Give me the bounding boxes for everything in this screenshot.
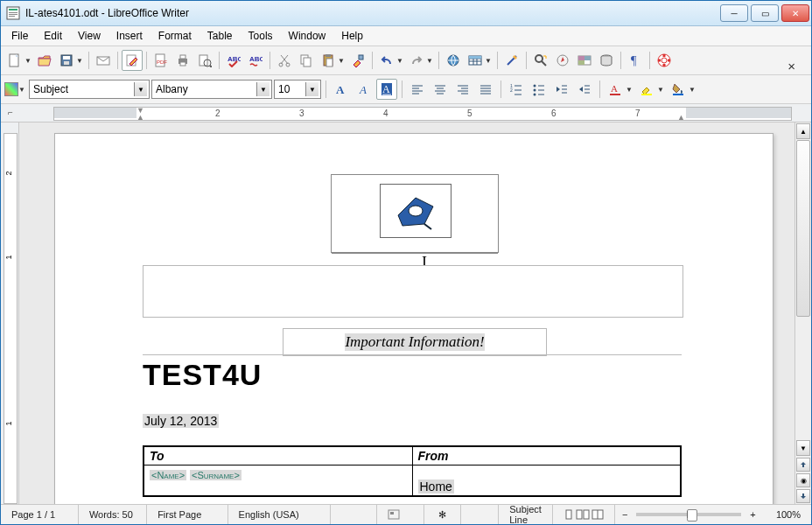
data-sources-icon[interactable] xyxy=(596,50,617,71)
print-icon[interactable] xyxy=(172,50,193,71)
document-area[interactable]: I Important Information! TEST4U July 12,… xyxy=(19,122,794,504)
para-style-combo[interactable]: Subject ▼ xyxy=(29,80,150,99)
prev-page-button[interactable] xyxy=(796,458,810,472)
zoom-in-button[interactable]: + xyxy=(746,509,759,520)
book-view-icon[interactable] xyxy=(592,509,604,520)
document-date[interactable]: July 12, 2013 xyxy=(143,414,219,428)
scroll-thumb[interactable] xyxy=(796,140,810,317)
redo-icon[interactable] xyxy=(406,50,427,71)
cut-icon[interactable] xyxy=(274,50,295,71)
bold-icon[interactable]: A xyxy=(331,79,352,100)
status-section[interactable]: Subject Line xyxy=(499,505,553,524)
status-words[interactable]: Words: 50 xyxy=(79,505,147,524)
status-page[interactable]: Page 1 / 1 xyxy=(1,505,79,524)
font-name-combo[interactable]: Albany ▼ xyxy=(151,80,272,99)
status-pagestyle[interactable]: First Page xyxy=(147,505,228,524)
status-signature[interactable] xyxy=(461,505,499,524)
styles-swatch-icon[interactable] xyxy=(4,82,18,96)
letter-table[interactable]: To From <Name> <Surname> Home xyxy=(143,445,682,497)
menu-table[interactable]: Table xyxy=(200,28,240,44)
spellcheck-icon[interactable]: ABC xyxy=(223,50,244,71)
highlight-icon[interactable] xyxy=(636,79,657,100)
chevron-down-icon[interactable]: ▼ xyxy=(134,82,147,96)
horizontal-ruler[interactable]: ⌐ ▼ ▲ 1 2 3 4 5 6 7 ▲ xyxy=(1,104,811,122)
vertical-scrollbar[interactable]: ▲ ▼ ◉ xyxy=(794,122,811,504)
save-dropdown[interactable]: ▼ xyxy=(76,57,83,65)
scroll-track[interactable] xyxy=(796,140,810,439)
bullet-list-icon[interactable] xyxy=(528,79,550,100)
find-replace-icon[interactable] xyxy=(530,50,551,71)
font-size-combo[interactable]: 10 ▼ xyxy=(274,80,321,99)
table-dropdown[interactable]: ▼ xyxy=(485,57,492,65)
copy-icon[interactable] xyxy=(296,50,317,71)
swatch-dropdown[interactable]: ▼ xyxy=(18,86,25,94)
chevron-down-icon[interactable]: ▼ xyxy=(305,82,318,96)
from-header[interactable]: From xyxy=(412,446,681,466)
maximize-button[interactable]: ▭ xyxy=(751,4,779,22)
zoom-out-button[interactable]: − xyxy=(619,509,631,520)
bgcolor-dropdown[interactable]: ▼ xyxy=(689,86,696,94)
multi-page-icon[interactable] xyxy=(576,509,590,520)
increase-indent-icon[interactable] xyxy=(574,79,595,100)
from-value[interactable]: Home xyxy=(418,480,454,494)
menu-view[interactable]: View xyxy=(71,28,108,44)
decrease-indent-icon[interactable] xyxy=(551,79,572,100)
navigator-icon[interactable] xyxy=(552,50,573,71)
address-frame[interactable] xyxy=(143,265,683,318)
email-icon[interactable] xyxy=(93,50,114,71)
insert-table-icon[interactable] xyxy=(465,50,486,71)
to-cell[interactable]: <Name> <Surname> xyxy=(144,466,412,497)
surname-field[interactable]: <Surname> xyxy=(190,470,242,480)
hyperlink-icon[interactable] xyxy=(443,50,464,71)
status-modified-icon[interactable]: ✻ xyxy=(424,505,462,524)
align-center-icon[interactable] xyxy=(430,79,451,100)
highlight-dropdown[interactable]: ▼ xyxy=(657,86,664,94)
status-insert-mode[interactable] xyxy=(331,505,377,524)
view-layout-buttons[interactable] xyxy=(553,505,615,524)
menu-edit[interactable]: Edit xyxy=(37,28,69,44)
undo-dropdown[interactable]: ▼ xyxy=(396,57,403,65)
help-icon[interactable] xyxy=(654,50,675,71)
menu-help[interactable]: Help xyxy=(334,28,370,44)
tab-stop-icon[interactable]: ⌐ xyxy=(8,108,13,117)
save-icon[interactable] xyxy=(56,50,77,71)
font-color-dropdown[interactable]: ▼ xyxy=(626,86,633,94)
single-page-icon[interactable] xyxy=(564,509,574,520)
document-title[interactable]: TEST4U xyxy=(143,358,262,392)
edit-mode-icon[interactable] xyxy=(122,50,143,71)
from-cell[interactable]: Home xyxy=(412,466,681,497)
menu-window[interactable]: Window xyxy=(282,28,333,44)
scroll-up-button[interactable]: ▲ xyxy=(796,123,810,139)
show-draw-functions-icon[interactable] xyxy=(501,50,522,71)
underline-icon[interactable]: AA xyxy=(376,79,397,100)
gallery-icon[interactable] xyxy=(574,50,595,71)
nav-target-button[interactable]: ◉ xyxy=(796,473,810,487)
zoom-percent[interactable]: 100% xyxy=(763,505,811,524)
new-doc-icon[interactable] xyxy=(4,50,25,71)
nonprinting-chars-icon[interactable]: ¶ xyxy=(625,50,646,71)
new-doc-dropdown[interactable]: ▼ xyxy=(24,57,32,65)
italic-icon[interactable]: A xyxy=(354,79,374,100)
logo-image[interactable] xyxy=(380,184,452,238)
status-selection-mode[interactable] xyxy=(377,505,424,524)
print-preview-icon[interactable] xyxy=(194,50,215,71)
minimize-button[interactable]: ─ xyxy=(720,4,748,22)
menu-insert[interactable]: Insert xyxy=(109,28,150,44)
logo-frame[interactable] xyxy=(331,174,499,253)
name-field[interactable]: <Name> xyxy=(150,470,186,480)
undo-icon[interactable] xyxy=(376,50,397,71)
scroll-down-button[interactable]: ▼ xyxy=(796,440,810,456)
next-page-button[interactable] xyxy=(796,489,810,503)
auto-spellcheck-icon[interactable]: ABC xyxy=(245,50,266,71)
paste-icon[interactable] xyxy=(318,50,339,71)
numbered-list-icon[interactable]: 12 xyxy=(506,79,527,100)
align-right-icon[interactable] xyxy=(452,79,473,100)
menu-file[interactable]: File xyxy=(4,28,35,44)
document-close-button[interactable]: × xyxy=(780,57,802,75)
menu-format[interactable]: Format xyxy=(151,28,199,44)
redo-dropdown[interactable]: ▼ xyxy=(426,57,433,65)
close-button[interactable]: ✕ xyxy=(781,4,809,22)
zoom-slider[interactable] xyxy=(636,513,741,516)
export-pdf-icon[interactable]: PDF xyxy=(150,50,172,71)
menu-tools[interactable]: Tools xyxy=(242,28,280,44)
